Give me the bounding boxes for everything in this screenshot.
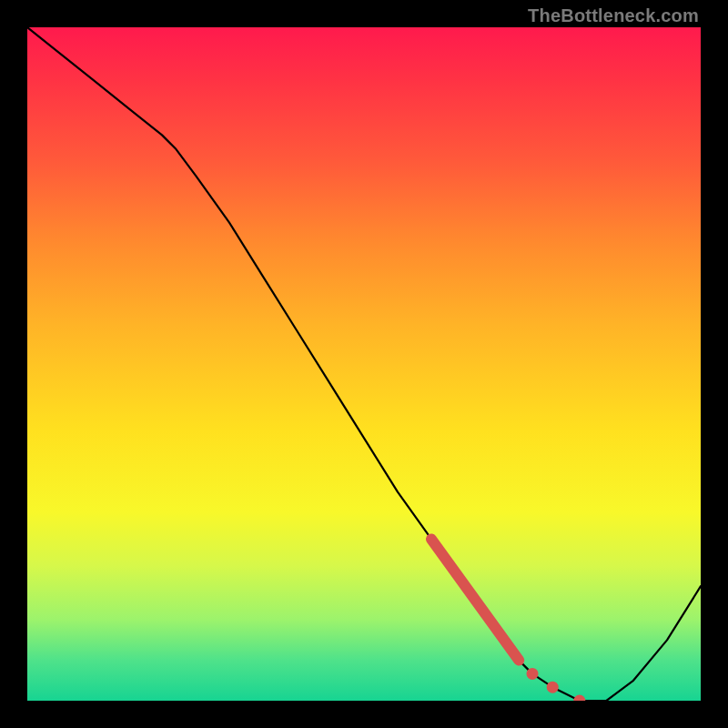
highlight-segment <box>431 539 519 660</box>
chart-frame: TheBottleneck.com <box>0 0 728 728</box>
highlight-dot <box>527 668 539 680</box>
watermark-text: TheBottleneck.com <box>528 5 699 26</box>
highlight-dots <box>527 668 586 701</box>
plot-area <box>27 27 701 701</box>
bottleneck-curve <box>27 27 701 701</box>
highlight-dot <box>547 682 559 693</box>
highlight-dot <box>573 695 585 702</box>
curve-layer <box>27 27 701 701</box>
